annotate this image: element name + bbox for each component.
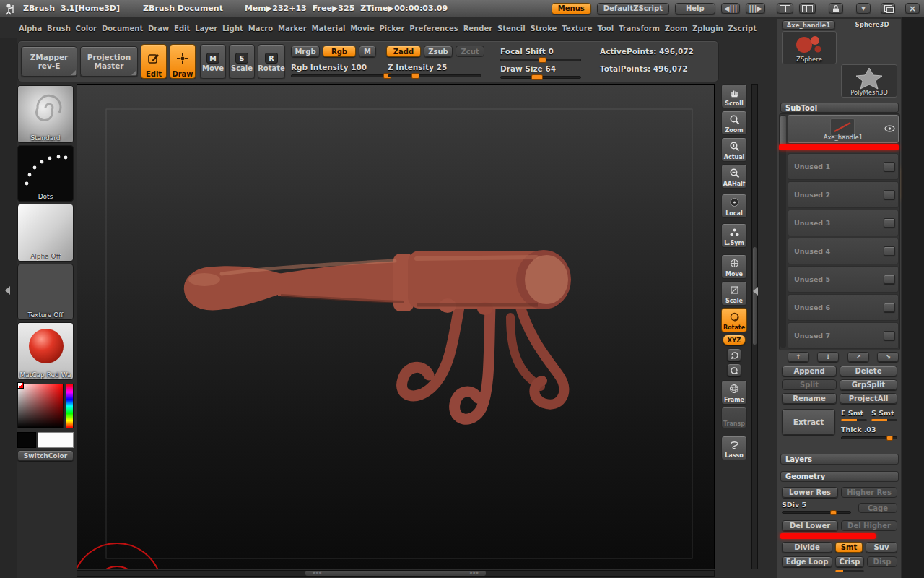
subtool-section-header[interactable]: SubTool: [780, 103, 899, 113]
subtool-item[interactable]: Unused 4: [788, 238, 899, 264]
subtool-item-mini-button[interactable]: [884, 246, 895, 256]
subtool-item[interactable]: Unused 5: [788, 266, 899, 293]
edge-loop-button[interactable]: Edge Loop: [782, 556, 832, 567]
document-canvas[interactable]: [77, 84, 715, 569]
focal-shift-slider[interactable]: [500, 59, 581, 61]
grpsplit-button[interactable]: GrpSplit: [840, 379, 897, 390]
menus-button[interactable]: Menus: [552, 3, 591, 14]
zmapper-button[interactable]: ZMapper rev-E: [21, 46, 77, 77]
menu-item[interactable]: Render: [463, 25, 492, 33]
menu-item[interactable]: Texture: [562, 25, 592, 33]
menu-item[interactable]: Brush: [47, 25, 71, 33]
s-smt-label[interactable]: S Smt: [871, 409, 894, 417]
e-smt-label[interactable]: E Smt: [841, 409, 863, 417]
layout-pane-icon[interactable]: [777, 3, 793, 14]
right-tray-collapse-arrow[interactable]: [753, 287, 758, 296]
strip-move-button[interactable]: Move: [721, 254, 747, 279]
default-zscript-button[interactable]: DefaultZScript: [597, 3, 669, 14]
texture-selector-thumbnail[interactable]: Texture Off: [17, 264, 74, 320]
menu-item[interactable]: Preferences: [409, 25, 458, 33]
divide-button[interactable]: Divide: [782, 542, 832, 553]
rotate-button[interactable]: R Rotate: [258, 44, 285, 79]
interface-scroll-right-button[interactable]: |||▶: [746, 3, 765, 14]
restore-button[interactable]: [881, 3, 895, 14]
zoom-button[interactable]: Zoom: [721, 111, 747, 135]
menu-item[interactable]: Marker: [278, 25, 307, 33]
subtool-item-mini-button[interactable]: [884, 331, 895, 340]
tool-thumb-polymesh3d[interactable]: PolyMesh3D: [841, 64, 897, 98]
subtool-item-mini-button[interactable]: [884, 303, 895, 312]
crisp-button[interactable]: Crisp: [835, 556, 864, 567]
lasso-button[interactable]: Lasso: [721, 436, 747, 460]
menu-item[interactable]: Picker: [380, 25, 405, 33]
canvas-horizontal-scrollbar[interactable]: ««« »»»: [77, 570, 715, 577]
subtool-item-mini-button[interactable]: [884, 162, 895, 171]
rgb-button[interactable]: Rgb: [323, 46, 356, 57]
subtool-item-mini-button[interactable]: [884, 218, 895, 228]
suv-button[interactable]: Suv: [866, 542, 897, 553]
split-button[interactable]: Split: [782, 379, 837, 390]
brush-selector-thumbnail[interactable]: Standard: [17, 85, 74, 143]
current-tool-tab[interactable]: Axe_handle1: [782, 20, 835, 30]
lower-res-button[interactable]: Lower Res: [782, 487, 838, 498]
menu-item[interactable]: Zplugin: [692, 25, 723, 33]
subtool-item-mini-button[interactable]: [884, 190, 895, 199]
tool-thumb-zsphere[interactable]: ZSphere: [782, 31, 837, 64]
material-selector-thumbnail[interactable]: MatCap Red Wa: [17, 322, 74, 380]
frame-button[interactable]: Frame: [721, 380, 747, 405]
saturation-value-area[interactable]: [17, 384, 64, 428]
menu-item[interactable]: Macro: [248, 25, 273, 33]
menu-item[interactable]: Alpha: [19, 25, 42, 33]
menu-item[interactable]: Draw: [148, 25, 169, 33]
scale-button[interactable]: S Scale: [229, 44, 255, 79]
menu-item[interactable]: Tool: [597, 25, 614, 33]
local-button[interactable]: Local: [721, 194, 747, 218]
menu-item[interactable]: Color: [76, 25, 97, 33]
subtool-move-up-button[interactable]: ↑: [788, 352, 809, 362]
z-intensity-slider[interactable]: [388, 74, 481, 77]
scroll-button[interactable]: Scroll: [721, 84, 747, 108]
interface-scroll-left-button[interactable]: ◀|||: [721, 3, 741, 14]
sdiv-slider[interactable]: [782, 511, 851, 514]
menu-item[interactable]: Document: [102, 25, 143, 33]
strip-scale-button[interactable]: Scale: [721, 281, 747, 306]
menu-item[interactable]: Layer: [195, 25, 217, 33]
left-tray-collapse-arrow[interactable]: [5, 286, 10, 295]
layers-section-header[interactable]: Layers: [780, 454, 899, 465]
subtool-to-bottom-button[interactable]: ↘: [877, 352, 899, 362]
rename-button[interactable]: Rename: [782, 393, 837, 404]
subtool-item[interactable]: Unused 3: [788, 210, 899, 236]
subtool-item-active[interactable]: Axe_handle1: [788, 115, 899, 143]
m-button[interactable]: M: [359, 46, 376, 57]
projection-master-button[interactable]: Projection Master: [80, 46, 138, 77]
spin-horizontal-button[interactable]: [727, 348, 741, 361]
zsub-button[interactable]: Zsub: [424, 46, 453, 57]
del-higher-button[interactable]: Del Higher: [841, 520, 897, 531]
subtool-item-mini-button[interactable]: [884, 275, 895, 284]
stroke-selector-thumbnail[interactable]: Dots: [17, 145, 74, 202]
cage-button[interactable]: Cage: [858, 503, 897, 513]
hue-strip[interactable]: [66, 384, 74, 428]
menu-item[interactable]: Transform: [619, 25, 660, 33]
tool-item-sphere3d[interactable]: Sphere3D: [847, 21, 897, 28]
alpha-selector-thumbnail[interactable]: Alpha Off: [17, 204, 74, 262]
move-button[interactable]: M Move: [200, 44, 226, 79]
crisp-slider[interactable]: [835, 570, 864, 572]
menu-item[interactable]: Light: [222, 25, 243, 33]
canvas-vertical-scrollbar[interactable]: [751, 84, 758, 569]
rgb-intensity-slider[interactable]: [291, 74, 392, 77]
extract-button[interactable]: Extract: [782, 409, 835, 435]
zadd-button[interactable]: Zadd: [386, 46, 421, 57]
subtool-item[interactable]: Unused 6: [788, 294, 899, 321]
edit-button[interactable]: Edit: [141, 44, 167, 79]
strip-rotate-button[interactable]: Rotate: [721, 308, 747, 332]
main-color-swatch[interactable]: [17, 432, 36, 448]
horizontal-scroll-handle[interactable]: ««« »»»: [305, 571, 486, 576]
higher-res-button[interactable]: Higher Res: [841, 487, 897, 498]
subtool-move-down-button[interactable]: ↓: [817, 352, 839, 362]
menu-item[interactable]: Zoom: [665, 25, 687, 33]
aahalf-button[interactable]: AAHalf: [721, 164, 747, 189]
s-smt-slider[interactable]: [871, 419, 897, 421]
smt-button[interactable]: Smt: [835, 542, 863, 553]
lock-icon[interactable]: [829, 3, 843, 14]
